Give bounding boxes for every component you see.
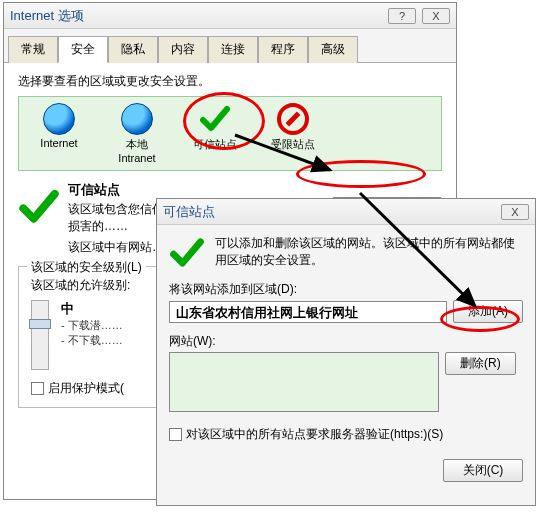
sites-listbox[interactable] — [169, 352, 439, 412]
window-title: 可信站点 — [163, 203, 215, 221]
level-name: 中 — [61, 300, 123, 318]
prompt-text: 选择要查看的区域或更改安全设置。 — [18, 73, 442, 90]
level-line: - 不下载…… — [61, 333, 123, 348]
zone-intranet[interactable]: 本地 Intranet — [107, 103, 167, 164]
trusted-sites-window: 可信站点 X 可以添加和删除该区域的网站。该区域中的所有网站都使用区域的安全设置… — [156, 198, 536, 506]
protected-mode-label: 启用保护模式( — [48, 380, 124, 397]
globe-icon — [43, 103, 75, 135]
tab-privacy[interactable]: 隐私 — [108, 36, 158, 63]
titlebar[interactable]: 可信站点 X — [157, 199, 535, 225]
help-button[interactable]: ? — [388, 8, 416, 24]
tab-connections[interactable]: 连接 — [208, 36, 258, 63]
tab-advanced[interactable]: 高级 — [308, 36, 358, 63]
no-entry-icon — [277, 103, 309, 135]
globe-icon — [121, 103, 153, 135]
close-button[interactable]: X — [501, 204, 529, 220]
tab-security[interactable]: 安全 — [58, 36, 108, 63]
add-button[interactable]: 添加(A) — [453, 300, 523, 323]
close-dialog-button[interactable]: 关闭(C) — [443, 459, 523, 482]
tab-content[interactable]: 内容 — [158, 36, 208, 63]
titlebar[interactable]: Internet 选项 ? X — [4, 3, 456, 29]
zone-selector: Internet 本地 Intranet 可信站点 受限站点 — [18, 96, 442, 171]
tab-programs[interactable]: 程序 — [258, 36, 308, 63]
checkbox[interactable] — [31, 382, 44, 395]
remove-button[interactable]: 删除(R) — [445, 352, 516, 375]
level-slider[interactable] — [31, 300, 49, 370]
require-https-label: 对该区域中的所有站点要求服务器验证(https:)(S) — [186, 426, 443, 443]
info-text: 可以添加和删除该区域的网站。该区域中的所有网站都使用区域的安全设置。 — [215, 235, 523, 269]
require-https-row[interactable]: 对该区域中的所有站点要求服务器验证(https:)(S) — [169, 426, 523, 443]
add-label: 将该网站添加到区域(D): — [169, 281, 523, 298]
zone-restricted[interactable]: 受限站点 — [263, 103, 323, 164]
level-line: - 下载潜…… — [61, 318, 123, 333]
zone-internet[interactable]: Internet — [29, 103, 89, 164]
sites-label: 网站(W): — [169, 333, 523, 350]
close-button[interactable]: X — [422, 8, 450, 24]
tab-strip: 常规 安全 隐私 内容 连接 程序 高级 — [4, 29, 456, 63]
add-site-input[interactable]: 山东省农村信用社网上银行网址 — [169, 301, 447, 323]
zone-trusted[interactable]: 可信站点 — [185, 103, 245, 164]
check-icon — [169, 235, 205, 271]
tab-general[interactable]: 常规 — [8, 36, 58, 63]
checkbox[interactable] — [169, 428, 182, 441]
window-title: Internet 选项 — [10, 7, 84, 25]
info-row: 可以添加和删除该区域的网站。该区域中的所有网站都使用区域的安全设置。 — [169, 235, 523, 271]
zone-title: 可信站点 — [68, 181, 298, 199]
check-icon — [18, 186, 60, 231]
check-icon — [199, 103, 231, 135]
group-label: 该区域的安全级别(L) — [27, 259, 146, 276]
slider-thumb[interactable] — [29, 319, 51, 329]
